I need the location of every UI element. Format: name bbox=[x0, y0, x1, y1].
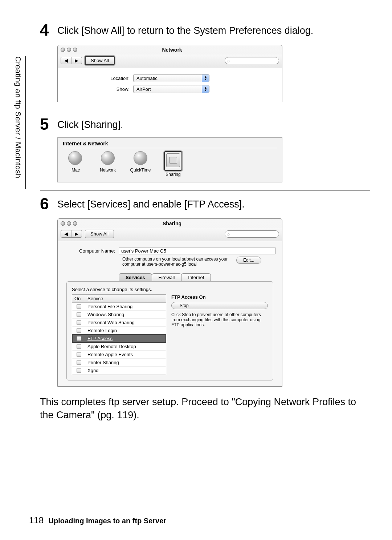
service-row[interactable]: Personal File Sharing bbox=[72, 303, 166, 311]
tab-firewall[interactable]: Firewall bbox=[152, 273, 182, 281]
page-number: 118 bbox=[29, 515, 44, 525]
service-status: FTP Access On bbox=[171, 294, 268, 300]
service-note: Click Stop to prevent users of other com… bbox=[171, 312, 268, 327]
search-field[interactable]: ⌕ bbox=[225, 230, 279, 238]
services-panel: Select a service to change its settings.… bbox=[66, 281, 273, 380]
checkbox[interactable] bbox=[77, 304, 81, 309]
pref-item-mac[interactable]: .Mac bbox=[63, 151, 87, 177]
pref-item-network[interactable]: Network bbox=[95, 151, 120, 177]
computer-name-value: user's Power Mac G5 bbox=[121, 248, 166, 254]
location-value: Automatic bbox=[136, 76, 158, 81]
show-all-button[interactable]: Show All bbox=[85, 230, 114, 238]
rule bbox=[40, 111, 370, 111]
section-heading: Internet & Network bbox=[63, 141, 277, 148]
tabs: Services Firewall Internet bbox=[119, 273, 275, 281]
service-info: FTP Access On Stop Click Stop to prevent… bbox=[171, 294, 268, 375]
forward-arrow-icon[interactable]: ▶ bbox=[72, 230, 82, 237]
subnet-note: Other computers on your local subnet can… bbox=[122, 257, 231, 267]
search-icon: ⌕ bbox=[227, 231, 230, 237]
checkbox[interactable] bbox=[77, 320, 81, 325]
internet-network-section: Internet & Network .Mac Network QuickTim… bbox=[57, 137, 282, 182]
nav-back-forward[interactable]: ◀▶ bbox=[61, 230, 82, 238]
service-name: Apple Remote Desktop bbox=[85, 343, 166, 350]
service-name: Printer Sharing bbox=[85, 359, 166, 366]
service-row[interactable]: Remote Apple Events bbox=[72, 351, 166, 359]
service-row[interactable]: Remote Login bbox=[72, 327, 166, 335]
dotmac-icon bbox=[68, 151, 82, 165]
checkbox[interactable] bbox=[77, 328, 81, 333]
checkbox[interactable]: ✓ bbox=[77, 336, 81, 341]
window-title: Network bbox=[79, 47, 265, 53]
location-select[interactable]: Automatic ▲▼ bbox=[133, 74, 209, 82]
pref-label: QuickTime bbox=[128, 168, 153, 173]
network-icon bbox=[101, 151, 115, 165]
checkbox[interactable] bbox=[77, 368, 81, 373]
step-5: 5 Click [Sharing]. bbox=[40, 116, 370, 132]
col-service: Service bbox=[85, 295, 166, 302]
computer-name-label: Computer Name: bbox=[64, 248, 119, 254]
page-footer: 118 Uploading Images to an ftp Server bbox=[29, 515, 166, 525]
panel-hint: Select a service to change its settings. bbox=[72, 287, 268, 292]
back-arrow-icon[interactable]: ◀ bbox=[61, 230, 72, 237]
service-name: Windows Sharing bbox=[85, 311, 166, 318]
step-text: Click [Sharing]. bbox=[57, 119, 370, 130]
service-row[interactable]: Personal Web Sharing bbox=[72, 319, 166, 327]
search-field[interactable]: ⌕ bbox=[225, 57, 279, 64]
window-controls[interactable] bbox=[61, 48, 77, 52]
show-all-button[interactable]: Show All bbox=[85, 56, 115, 65]
service-name: FTP Access bbox=[85, 335, 166, 342]
sharing-window: Sharing ◀▶ Show All ⌕ Computer Name: use… bbox=[57, 218, 282, 387]
stepper-icon: ▲▼ bbox=[202, 85, 209, 93]
location-label: Location: bbox=[64, 76, 133, 81]
quicktime-icon bbox=[134, 151, 147, 165]
show-select[interactable]: AirPort ▲▼ bbox=[133, 85, 209, 93]
service-name: Remote Apple Events bbox=[85, 351, 166, 358]
stepper-icon: ▲▼ bbox=[202, 74, 209, 82]
checkbox[interactable] bbox=[77, 360, 81, 365]
show-label: Show: bbox=[64, 86, 133, 92]
pref-label: Sharing bbox=[161, 172, 185, 177]
tab-internet[interactable]: Internet bbox=[181, 273, 211, 281]
network-window: Network ◀▶ Show All ⌕ Location: Automati… bbox=[57, 45, 282, 102]
pref-item-quicktime[interactable]: QuickTime bbox=[128, 151, 153, 177]
step-number: 6 bbox=[40, 196, 57, 212]
step-4: 4 Click [Show All] to return to the Syst… bbox=[40, 22, 370, 38]
pref-item-sharing[interactable]: Sharing bbox=[161, 151, 185, 177]
completion-text: This completes ftp server setup. Proceed… bbox=[40, 395, 370, 422]
service-row[interactable]: Windows Sharing bbox=[72, 311, 166, 319]
footer-title: Uploading Images to an ftp Server bbox=[49, 517, 167, 525]
step-text: Select [Services] and enable [FTP Access… bbox=[57, 199, 370, 210]
service-name: Remote Login bbox=[85, 327, 166, 334]
step-6: 6 Select [Services] and enable [FTP Acce… bbox=[40, 196, 370, 212]
stop-button[interactable]: Stop bbox=[171, 302, 268, 309]
search-icon: ⌕ bbox=[227, 58, 230, 63]
service-row[interactable]: Xgrid bbox=[72, 367, 166, 375]
step-number: 5 bbox=[40, 116, 57, 132]
service-row[interactable]: Printer Sharing bbox=[72, 359, 166, 367]
forward-arrow-icon[interactable]: ▶ bbox=[72, 57, 82, 64]
service-name: Xgrid bbox=[85, 367, 166, 374]
computer-name-field[interactable]: user's Power Mac G5 bbox=[119, 247, 275, 254]
step-text: Click [Show All] to return to the System… bbox=[57, 25, 370, 36]
nav-back-forward[interactable]: ◀▶ bbox=[61, 57, 82, 64]
rule bbox=[40, 17, 370, 17]
edit-button[interactable]: Edit... bbox=[236, 257, 261, 264]
checkbox[interactable] bbox=[77, 344, 81, 349]
service-row[interactable]: ✓FTP Access bbox=[72, 335, 166, 343]
services-list: On Service Personal File SharingWindows … bbox=[72, 294, 166, 375]
rule bbox=[40, 190, 370, 191]
checkbox[interactable] bbox=[77, 312, 81, 317]
side-tab: Creating an ftp Server / Macintosh bbox=[14, 56, 26, 189]
pref-label: .Mac bbox=[63, 168, 87, 173]
tab-services[interactable]: Services bbox=[119, 273, 152, 281]
show-value: AirPort bbox=[136, 86, 151, 92]
service-row[interactable]: Apple Remote Desktop bbox=[72, 343, 166, 351]
service-name: Personal File Sharing bbox=[85, 303, 166, 310]
pref-label: Network bbox=[95, 168, 120, 173]
window-controls[interactable] bbox=[61, 221, 77, 226]
col-on: On bbox=[72, 295, 85, 302]
sharing-icon bbox=[166, 153, 180, 167]
checkbox[interactable] bbox=[77, 352, 81, 357]
back-arrow-icon[interactable]: ◀ bbox=[61, 57, 72, 64]
service-name: Personal Web Sharing bbox=[85, 319, 166, 326]
